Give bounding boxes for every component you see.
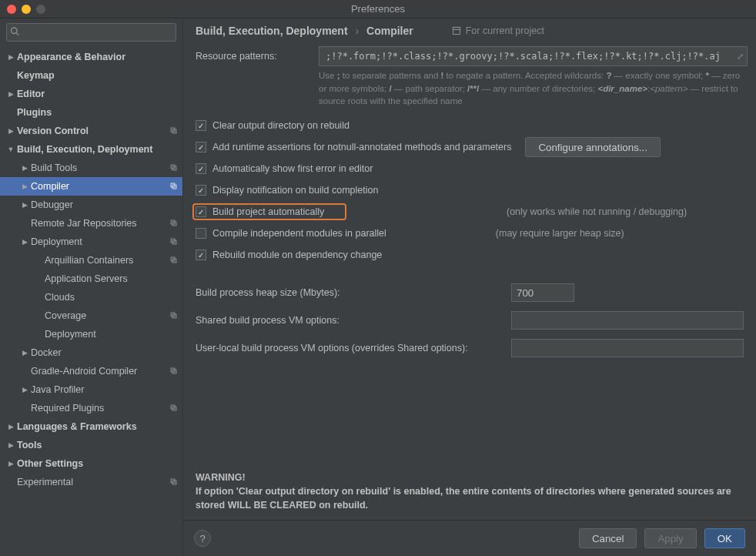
userlocal-vm-input[interactable] bbox=[511, 339, 744, 357]
chevron-right-icon[interactable] bbox=[6, 441, 15, 449]
sidebar-item-coverage[interactable]: Coverage bbox=[0, 306, 182, 325]
help-button[interactable]: ? bbox=[194, 530, 211, 547]
sidebar-item-keymap[interactable]: Keymap bbox=[0, 66, 182, 85]
userlocal-vm-label: User-local build process VM options (ove… bbox=[196, 343, 503, 353]
titlebar: Preferences bbox=[0, 0, 756, 18]
chevron-right-icon[interactable] bbox=[6, 53, 15, 61]
shared-vm-input[interactable] bbox=[511, 311, 744, 330]
chevron-right-icon[interactable] bbox=[6, 423, 15, 430]
chevron-right-icon[interactable] bbox=[20, 349, 29, 357]
main-panel: Build, Execution, Deployment › Compiler … bbox=[183, 18, 756, 556]
sidebar-item-label: Plugins bbox=[17, 107, 178, 118]
chevron-right-icon[interactable] bbox=[20, 238, 29, 246]
sidebar-item-label: Version Control bbox=[17, 126, 166, 136]
search-input[interactable] bbox=[6, 23, 176, 42]
sidebar-item-java-profiler[interactable]: Java Profiler bbox=[0, 380, 182, 399]
apply-button[interactable]: Apply bbox=[644, 528, 696, 548]
resource-patterns-hint: Use ; to separate patterns and ! to nega… bbox=[196, 69, 744, 108]
project-scope-icon bbox=[169, 237, 178, 247]
sidebar-item-debugger[interactable]: Debugger bbox=[0, 196, 182, 214]
chevron-right-icon[interactable] bbox=[20, 386, 29, 394]
sidebar-item-clouds[interactable]: Clouds bbox=[0, 288, 182, 306]
for-current-project-label: For current project bbox=[452, 25, 544, 36]
sidebar-item-label: Other Settings bbox=[17, 458, 178, 469]
shared-vm-label: Shared build process VM options: bbox=[196, 315, 503, 326]
project-scope-icon bbox=[169, 182, 178, 192]
sidebar-item-label: Languages & Frameworks bbox=[17, 421, 178, 432]
heap-size-input[interactable] bbox=[511, 283, 574, 302]
rebuild-dep-label: Rebuild module on dependency change bbox=[212, 250, 382, 260]
sidebar-item-required-plugins[interactable]: Required Plugins bbox=[0, 399, 182, 417]
chevron-right-icon[interactable] bbox=[6, 460, 15, 467]
settings-tree: Appearance & BehaviorKeymapEditorPlugins… bbox=[0, 46, 182, 556]
sidebar-item-version-control[interactable]: Version Control bbox=[0, 122, 182, 140]
sidebar-item-label: Docker bbox=[31, 347, 178, 358]
sidebar-item-label: Appearance & Behavior bbox=[17, 52, 178, 62]
sidebar-item-build-tools[interactable]: Build Tools bbox=[0, 159, 182, 177]
runtime-assert-label: Add runtime assertions for notnull-annot… bbox=[212, 142, 511, 152]
chevron-right-icon[interactable] bbox=[6, 90, 15, 98]
parallel-compile-label: Compile independent modules in parallel bbox=[212, 228, 386, 239]
sidebar-item-label: Gradle-Android Compiler bbox=[31, 366, 166, 377]
chevron-right-icon[interactable] bbox=[20, 183, 29, 190]
warning-title: WARNING! bbox=[196, 471, 744, 484]
sidebar-item-label: Deployment bbox=[45, 329, 178, 340]
sidebar-item-remote-jar-repositories[interactable]: Remote Jar Repositories bbox=[0, 214, 182, 233]
cancel-button[interactable]: Cancel bbox=[579, 528, 637, 548]
rebuild-dep-checkbox[interactable] bbox=[196, 250, 206, 260]
sidebar-item-label: Tools bbox=[17, 440, 178, 450]
clear-output-checkbox[interactable] bbox=[196, 120, 206, 131]
configure-annotations-button[interactable]: Configure annotations... bbox=[525, 137, 661, 157]
sidebar-item-experimental[interactable]: Experimental bbox=[0, 473, 182, 491]
build-notify-checkbox[interactable] bbox=[196, 185, 206, 196]
sidebar-item-build-execution-deployment[interactable]: Build, Execution, Deployment bbox=[0, 140, 182, 159]
build-auto-checkbox[interactable] bbox=[196, 206, 206, 217]
resource-patterns-label: Resource patterns: bbox=[196, 51, 311, 62]
sidebar-item-label: Remote Jar Repositories bbox=[31, 218, 166, 229]
build-notify-label: Display notification on build completion bbox=[212, 185, 378, 196]
build-auto-label: Build project automatically bbox=[212, 206, 324, 217]
sidebar-item-label: Experimental bbox=[17, 477, 166, 487]
close-window-icon[interactable] bbox=[7, 5, 16, 14]
sidebar-item-editor[interactable]: Editor bbox=[0, 85, 182, 103]
sidebar-item-label: Arquillian Containers bbox=[45, 255, 166, 266]
chevron-right-icon[interactable] bbox=[6, 127, 15, 135]
svg-rect-23 bbox=[453, 28, 460, 30]
svg-rect-22 bbox=[453, 28, 460, 35]
sidebar-item-label: Required Plugins bbox=[31, 403, 166, 414]
breadcrumb-part: Compiler bbox=[366, 25, 413, 37]
sidebar-item-compiler[interactable]: Compiler bbox=[0, 177, 182, 196]
sidebar-item-tools[interactable]: Tools bbox=[0, 436, 182, 454]
sidebar-item-languages-frameworks[interactable]: Languages & Frameworks bbox=[0, 417, 182, 436]
sidebar-item-label: Deployment bbox=[31, 236, 166, 247]
project-scope-icon bbox=[169, 367, 178, 377]
chevron-down-icon[interactable] bbox=[6, 146, 15, 153]
sidebar-item-deployment[interactable]: Deployment bbox=[0, 233, 182, 251]
chevron-right-icon[interactable] bbox=[20, 164, 29, 172]
window-title: Preferences bbox=[0, 3, 756, 15]
sidebar-item-gradle-android-compiler[interactable]: Gradle-Android Compiler bbox=[0, 362, 182, 380]
breadcrumb-part[interactable]: Build, Execution, Deployment bbox=[196, 25, 348, 37]
runtime-assert-checkbox[interactable] bbox=[196, 142, 206, 152]
sidebar-item-label: Build Tools bbox=[31, 162, 166, 173]
sidebar-item-other-settings[interactable]: Other Settings bbox=[0, 454, 182, 473]
breadcrumb: Build, Execution, Deployment › Compiler bbox=[196, 25, 413, 37]
sidebar-item-deployment[interactable]: Deployment bbox=[0, 325, 182, 343]
sidebar-item-docker[interactable]: Docker bbox=[0, 343, 182, 362]
project-scope-icon bbox=[169, 126, 178, 136]
minimize-window-icon[interactable] bbox=[22, 5, 31, 14]
parallel-compile-checkbox[interactable] bbox=[196, 228, 206, 239]
resource-patterns-input[interactable] bbox=[319, 46, 748, 66]
project-scope-icon bbox=[169, 163, 178, 173]
sidebar-item-label: Build, Execution, Deployment bbox=[17, 144, 178, 155]
build-auto-highlight: Build project automatically bbox=[192, 203, 346, 220]
sidebar-item-application-servers[interactable]: Application Servers bbox=[0, 270, 182, 288]
ok-button[interactable]: OK bbox=[704, 528, 745, 548]
auto-first-error-checkbox[interactable] bbox=[196, 163, 206, 174]
zoom-window-icon bbox=[36, 5, 45, 14]
sidebar-item-appearance-behavior[interactable]: Appearance & Behavior bbox=[0, 48, 182, 66]
sidebar-item-plugins[interactable]: Plugins bbox=[0, 103, 182, 122]
chevron-right-icon[interactable] bbox=[20, 201, 29, 209]
warning-text: If option 'Clear output directory on reb… bbox=[196, 484, 744, 512]
sidebar-item-arquillian-containers[interactable]: Arquillian Containers bbox=[0, 251, 182, 270]
